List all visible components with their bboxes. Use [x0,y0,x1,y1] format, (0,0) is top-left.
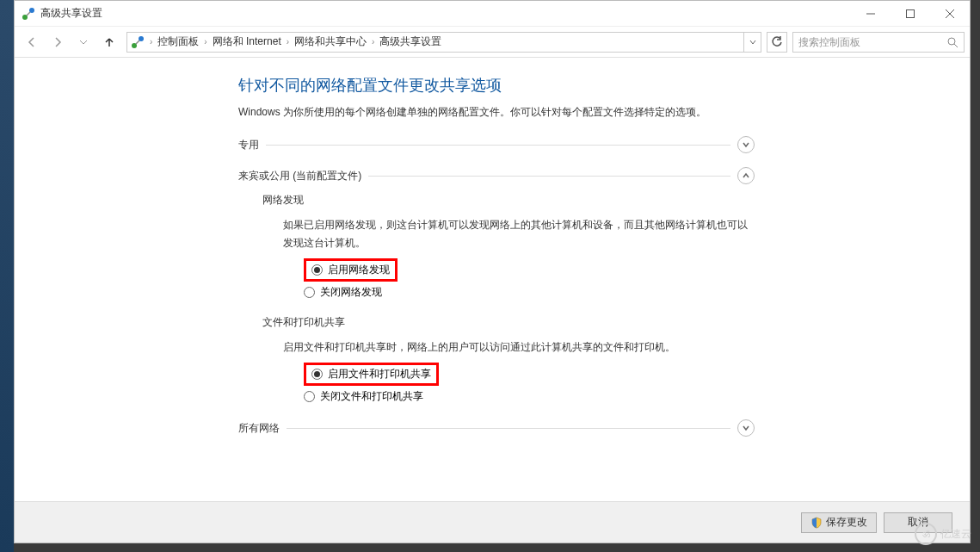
minimize-button[interactable] [851,1,891,27]
chevron-right-icon: › [370,37,376,47]
breadcrumb-item[interactable]: 高级共享设置 [376,33,445,52]
search-icon [946,36,958,48]
network-icon [22,7,35,21]
network-discovery-section: 网络发现 如果已启用网络发现，则这台计算机可以发现网络上的其他计算机和设备，而且… [262,193,755,300]
breadcrumb-item[interactable]: 网络和 Internet [209,33,285,52]
radio-disable-fileshare[interactable] [304,391,315,402]
close-button[interactable] [930,1,970,27]
chevron-down-icon[interactable] [737,419,755,437]
content-area: 针对不同的网络配置文件更改共享选项 Windows 为你所使用的每个网络创建单独… [15,58,970,501]
highlight-box: 启用文件和打印机共享 [304,363,439,386]
subsection-title: 网络发现 [262,193,755,208]
titlebar: 高级共享设置 [15,1,970,27]
svg-point-10 [948,38,955,45]
footer: 保存更改 取消 [15,501,970,543]
refresh-button[interactable] [767,32,787,53]
page-description: Windows 为你所使用的每个网络创建单独的网络配置文件。你可以针对每个配置文… [238,104,755,121]
save-button[interactable]: 保存更改 [801,512,877,533]
back-button[interactable] [20,30,44,54]
watermark-icon: ॐ [915,523,937,545]
divider [266,145,730,146]
search-box[interactable] [792,32,965,53]
svg-rect-4 [907,9,915,17]
breadcrumb-item[interactable]: 控制面板 [154,33,202,52]
chevron-down-icon[interactable] [737,136,755,153]
breadcrumb-dropdown[interactable] [743,33,761,52]
radio-label: 关闭文件和打印机共享 [320,389,423,404]
radio-label: 关闭网络发现 [320,285,382,300]
section-label: 专用 [238,138,259,152]
page-title: 针对不同的网络配置文件更改共享选项 [238,75,755,96]
section-all-networks[interactable]: 所有网络 [238,419,755,437]
breadcrumb-item[interactable]: 网络和共享中心 [291,33,370,52]
section-private[interactable]: 专用 [238,136,755,153]
chevron-right-icon: › [285,37,291,47]
settings-window: 高级共享设置 › 控制面板 › 网络和 Internet › 网络和共享中心 ›… [14,0,971,543]
forward-button[interactable] [46,30,70,54]
subsection-description: 如果已启用网络发现，则这台计算机可以发现网络上的其他计算机和设备，而且其他网络计… [283,216,755,251]
svg-line-11 [954,44,958,47]
network-icon [131,35,145,49]
subsection-title: 文件和打印机共享 [262,315,755,330]
section-guest[interactable]: 来宾或公用 (当前配置文件) [238,167,755,184]
chevron-right-icon: › [148,37,154,47]
maximize-button[interactable] [891,1,930,27]
radio-enable-discovery[interactable] [311,264,323,276]
recent-dropdown[interactable] [71,30,96,54]
section-label: 所有网络 [238,421,280,436]
section-label: 来宾或公用 (当前配置文件) [238,169,361,183]
desktop-background [0,0,14,552]
button-label: 保存更改 [826,515,867,530]
highlight-box: 启用网络发现 [304,258,398,282]
up-button[interactable] [97,30,121,54]
radio-disable-discovery[interactable] [304,287,315,298]
subsection-description: 启用文件和打印机共享时，网络上的用户可以访问通过此计算机共享的文件和打印机。 [283,338,755,356]
watermark: ॐ 亿速云 [915,523,971,545]
breadcrumb[interactable]: › 控制面板 › 网络和 Internet › 网络和共享中心 › 高级共享设置 [126,32,761,53]
svg-line-2 [27,12,30,16]
watermark-text: 亿速云 [940,527,971,542]
radio-enable-fileshare[interactable] [311,369,323,380]
file-sharing-section: 文件和打印机共享 启用文件和打印机共享时，网络上的用户可以访问通过此计算机共享的… [262,315,755,404]
window-title: 高级共享设置 [40,6,851,21]
svg-line-9 [136,40,139,44]
shield-icon [811,517,823,529]
radio-label: 启用文件和打印机共享 [328,367,431,381]
chevron-right-icon: › [202,37,208,47]
chevron-up-icon[interactable] [737,167,755,184]
navbar: › 控制面板 › 网络和 Internet › 网络和共享中心 › 高级共享设置 [15,27,970,58]
search-input[interactable] [798,36,946,48]
divider [287,428,730,429]
radio-label: 启用网络发现 [328,263,390,277]
divider [368,176,730,177]
